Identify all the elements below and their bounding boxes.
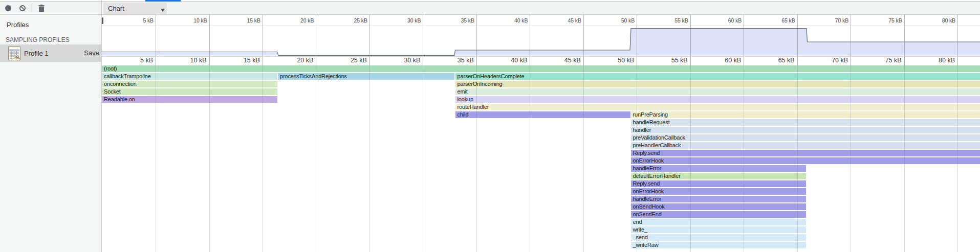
svg-text:%: % [15, 55, 19, 60]
